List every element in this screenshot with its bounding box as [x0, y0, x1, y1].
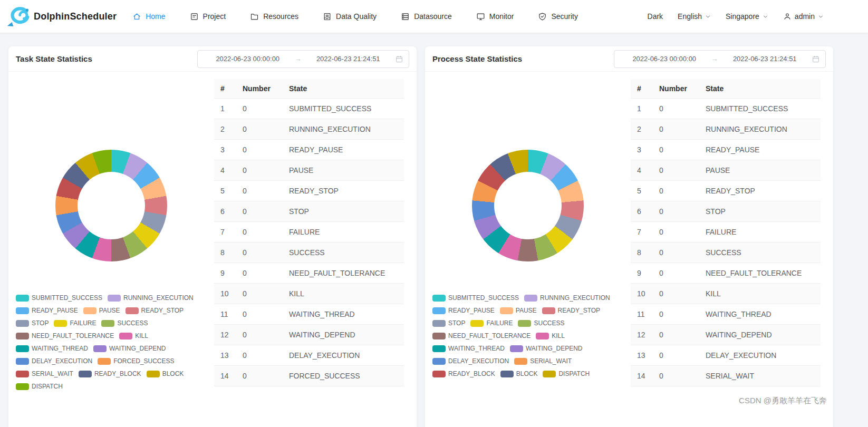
legend-item[interactable]: SUCCESS [101, 319, 148, 327]
state-cell: DELAY_EXECUTION [699, 345, 821, 366]
legend-item[interactable]: WAITING_THREAD [16, 345, 88, 352]
app-logo[interactable]: DolphinScheduler [6, 6, 117, 27]
donut-chart[interactable] [472, 150, 584, 261]
legend-item[interactable]: SUCCESS [518, 319, 564, 327]
date-start-value[interactable]: 2022-06-23 00:00:00 [620, 55, 709, 63]
legend-item[interactable]: DISPATCH [16, 383, 63, 390]
legend-item[interactable]: RUNNING_EXECUTION [108, 294, 194, 302]
date-range-picker[interactable]: 2022-06-23 00:00:00 → 2022-06-23 21:24:5… [614, 50, 826, 68]
legend-item[interactable]: SUBMITTED_SUCCESS [432, 294, 519, 302]
nav-item-security[interactable]: Security [538, 12, 578, 21]
legend-swatch-icon [16, 333, 29, 339]
legend-item[interactable]: DELAY_EXECUTION [432, 357, 509, 365]
language-label: English [678, 12, 702, 21]
legend-swatch-icon [16, 383, 29, 390]
legend-item[interactable]: DELAY_EXECUTION [16, 357, 92, 365]
number-cell: 0 [653, 181, 699, 201]
legend-swatch-icon [108, 295, 121, 302]
legend-item[interactable]: BLOCK [147, 370, 184, 377]
date-start-value[interactable]: 2022-06-23 00:00:00 [203, 55, 293, 63]
legend-item[interactable]: STOP [432, 319, 465, 327]
legend-item[interactable]: SERIAL_WAIT [16, 370, 73, 377]
main-nav: HomeProjectResourcesData QualityDatasour… [132, 12, 647, 21]
legend-label: NEED_FAULT_TOLERANCE [32, 332, 114, 339]
legend-swatch-icon [432, 295, 446, 302]
legend-item[interactable]: FAILURE [470, 319, 513, 327]
nav-item-data-quality[interactable]: Data Quality [323, 12, 377, 21]
legend-item[interactable]: BLOCK [500, 370, 538, 377]
state-cell: SUCCESS [283, 242, 404, 263]
legend-item[interactable]: DISPATCH [543, 370, 590, 377]
legend-item[interactable]: READY_PAUSE [432, 307, 495, 314]
theme-toggle-button[interactable]: Dark [648, 12, 663, 21]
legend-item[interactable]: READY_PAUSE [16, 307, 78, 314]
nav-item-project[interactable]: Project [190, 12, 226, 21]
row-index-cell: 8 [214, 242, 236, 263]
legend-swatch-icon [126, 307, 139, 314]
legend-item[interactable]: READY_BLOCK [432, 370, 495, 377]
legend-item[interactable]: READY_BLOCK [79, 370, 141, 377]
legend-label: READY_PAUSE [448, 307, 495, 314]
stat-card: Process State Statistics 2022-06-23 00:0… [425, 46, 833, 427]
date-end-value[interactable]: 2022-06-23 21:24:51 [720, 55, 810, 63]
nav-item-monitor[interactable]: Monitor [476, 12, 514, 21]
legend-swatch-icon [524, 295, 537, 302]
timezone-label: Singapore [726, 12, 759, 21]
legend-item[interactable]: READY_STOP [542, 307, 600, 314]
nav-item-datasource[interactable]: Datasource [401, 12, 452, 21]
row-index-cell: 9 [214, 263, 236, 284]
legend-item[interactable]: PAUSE [500, 307, 537, 314]
legend-label: STOP [448, 319, 465, 327]
row-index-cell: 12 [214, 325, 236, 345]
legend-swatch-icon [16, 295, 29, 302]
legend-item[interactable]: RUNNING_EXECUTION [524, 294, 610, 302]
number-cell: 0 [653, 242, 699, 263]
legend-label: DELAY_EXECUTION [448, 357, 509, 365]
user-menu[interactable]: admin [783, 12, 824, 21]
date-range-picker[interactable]: 2022-06-23 00:00:00 → 2022-06-23 21:24:5… [197, 50, 409, 68]
legend-label: RUNNING_EXECUTION [540, 294, 610, 302]
row-index-cell: 2 [631, 119, 653, 140]
legend-swatch-icon [500, 307, 513, 314]
legend-item[interactable]: PAUSE [83, 307, 120, 314]
table-row: 140SERIAL_WAIT [631, 366, 821, 386]
date-end-value[interactable]: 2022-06-23 21:24:51 [304, 55, 393, 63]
state-cell: RUNNING_EXECUTION [699, 119, 821, 140]
timezone-dropdown[interactable]: Singapore [726, 12, 768, 21]
legend-item[interactable]: FORCED_SUCCESS [98, 357, 174, 365]
legend-item[interactable]: SERIAL_WAIT [514, 357, 572, 365]
legend-item[interactable]: KILL [119, 332, 148, 339]
chevron-down-icon [763, 14, 768, 20]
donut-chart[interactable] [55, 150, 167, 261]
legend-item[interactable]: WAITING_DEPEND [93, 345, 166, 352]
legend-swatch-icon [432, 307, 446, 314]
nav-item-resources[interactable]: Resources [250, 12, 298, 21]
legend-item[interactable]: SUBMITTED_SUCCESS [16, 294, 102, 302]
legend-swatch-icon [536, 333, 549, 339]
number-cell: 0 [236, 284, 283, 304]
legend-item[interactable]: NEED_FAULT_TOLERANCE [16, 332, 114, 339]
legend-item[interactable]: STOP [16, 319, 49, 327]
legend-label: PAUSE [99, 307, 120, 314]
legend-item[interactable]: NEED_FAULT_TOLERANCE [432, 332, 531, 339]
legend-label: FAILURE [70, 319, 96, 327]
table-row: 100KILL [214, 284, 404, 304]
legend-item[interactable]: WAITING_DEPEND [510, 345, 583, 352]
language-dropdown[interactable]: English [678, 12, 711, 21]
legend-item[interactable]: READY_STOP [126, 307, 184, 314]
table-row: 90NEED_FAULT_TOLERANCE [214, 263, 404, 284]
state-cell: WAITING_DEPEND [283, 325, 404, 345]
table-column: #NumberState 10SUBMITTED_SUCCESS20RUNNIN… [631, 72, 833, 386]
legend-item[interactable]: KILL [536, 332, 565, 339]
table-row: 60STOP [214, 201, 404, 222]
number-cell: 0 [653, 366, 699, 386]
card-header: Process State Statistics 2022-06-23 00:0… [425, 46, 833, 72]
table-row: 40PAUSE [214, 160, 404, 181]
table-header-cell: State [699, 79, 821, 99]
nav-item-home[interactable]: Home [132, 12, 165, 21]
cards-row: Task State Statistics 2022-06-23 00:00:0… [8, 46, 833, 427]
state-cell: READY_PAUSE [283, 140, 404, 160]
legend-item[interactable]: WAITING_THREAD [432, 345, 505, 352]
table-row: 30READY_PAUSE [214, 140, 404, 160]
legend-item[interactable]: FAILURE [54, 319, 96, 327]
